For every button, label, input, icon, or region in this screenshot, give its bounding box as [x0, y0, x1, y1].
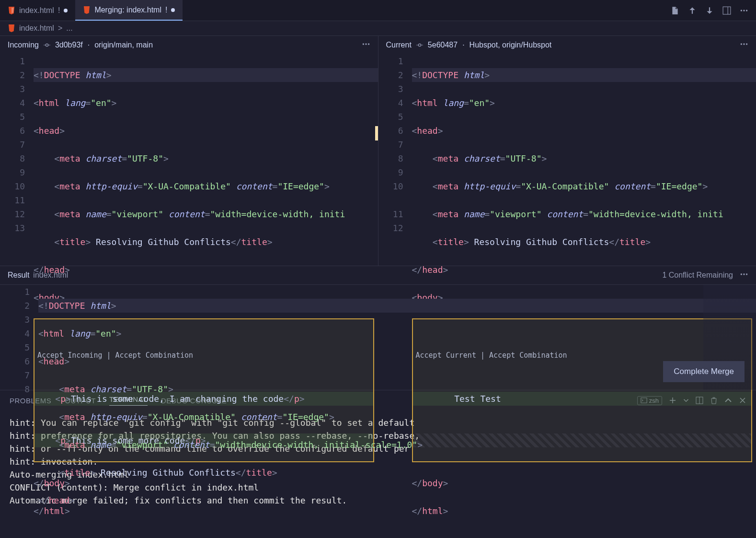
tab-merge[interactable]: Merging: index.html ! [75, 0, 183, 21]
breadcrumb-sep: > [58, 24, 62, 33]
more-icon[interactable] [740, 6, 748, 15]
breadcrumb-file: index.html [19, 24, 54, 33]
svg-point-14 [741, 43, 742, 45]
tab-suffix: ! [58, 6, 60, 15]
breadcrumb-more: ... [66, 24, 72, 33]
svg-rect-0 [723, 7, 731, 14]
result-pane: 12345678 <!DOCTYPE html> <html lang="en"… [0, 284, 756, 390]
commit-icon [44, 42, 50, 48]
tab-suffix: ! [165, 6, 167, 14]
complete-merge-button[interactable]: Complete Merge [663, 361, 745, 382]
tab-label: index.html [19, 6, 54, 15]
current-title: Current [386, 41, 412, 49]
breadcrumb[interactable]: index.html > ... [0, 21, 756, 35]
svg-point-16 [746, 43, 747, 45]
svg-point-9 [365, 43, 367, 45]
change-marker [375, 126, 378, 140]
line-gutter: 12345678 [0, 285, 38, 535]
svg-point-10 [367, 43, 369, 45]
editor-tabs: index.html ! Merging: index.html ! [0, 0, 756, 21]
incoming-title: Incoming [8, 41, 39, 49]
merge-compare: Incoming 3d0b93f · origin/main, main 123… [0, 35, 756, 266]
html5-icon [8, 7, 15, 14]
tab-label: Merging: index.html [94, 6, 161, 14]
more-icon[interactable] [740, 40, 748, 50]
svg-point-5 [46, 44, 48, 46]
more-icon[interactable] [362, 40, 370, 50]
svg-point-4 [746, 10, 747, 11]
dirty-dot-icon [171, 8, 175, 12]
commit-icon [416, 42, 423, 48]
tab-actions [671, 6, 756, 15]
layout-icon[interactable] [722, 6, 731, 15]
dirty-dot-icon [64, 9, 68, 12]
svg-point-2 [741, 10, 742, 11]
result-code[interactable]: 12345678 <!DOCTYPE html> <html lang="en"… [0, 285, 756, 535]
svg-point-3 [743, 10, 745, 11]
svg-point-8 [362, 43, 364, 45]
incoming-header: Incoming 3d0b93f · origin/main, main [0, 36, 378, 54]
go-to-file-icon[interactable] [671, 6, 679, 15]
current-hash: 5e60487 [428, 41, 458, 49]
current-header: Current 5e60487 · Hubspot, origin/Hubspo… [378, 36, 756, 54]
incoming-refs: origin/main, main [94, 41, 153, 49]
arrow-down-icon[interactable] [705, 6, 714, 15]
current-refs: Hubspot, origin/Hubspot [470, 41, 552, 49]
svg-point-15 [743, 43, 745, 45]
tab-file-index[interactable]: index.html ! [0, 0, 75, 21]
arrow-up-icon[interactable] [688, 6, 697, 15]
html5-icon [83, 6, 91, 14]
svg-point-11 [418, 44, 421, 46]
html5-icon [8, 24, 15, 32]
incoming-hash: 3d0b93f [55, 41, 83, 49]
incoming-pane: Incoming 3d0b93f · origin/main, main 123… [0, 36, 378, 266]
current-pane: Current 5e60487 · Hubspot, origin/Hubspo… [378, 36, 756, 266]
